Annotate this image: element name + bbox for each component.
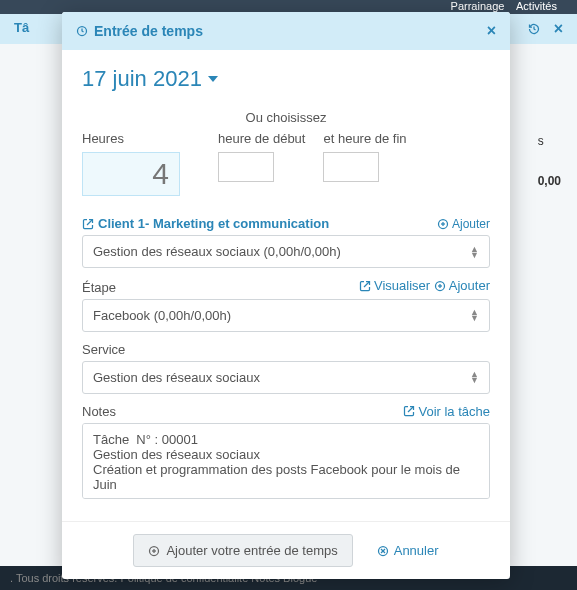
dialog-body: 17 juin 2021 Ou choisissez Heures heure … (62, 50, 510, 521)
date-picker[interactable]: 17 juin 2021 (82, 66, 218, 92)
service-select-value: Gestion des réseaux sociaux (93, 370, 260, 385)
panel-title-fragment: Tâ (14, 20, 29, 38)
client-task-link[interactable]: Client 1- Marketing et communication (82, 216, 329, 231)
add-stage-link[interactable]: Ajouter (434, 278, 490, 293)
panel-close-icon[interactable]: × (554, 20, 563, 38)
submit-label: Ajouter votre entrée de temps (166, 543, 337, 558)
chevron-down-icon (208, 76, 218, 82)
notes-label: Notes (82, 404, 116, 419)
dialog-close-icon[interactable]: × (487, 22, 496, 40)
dialog-title: Entrée de temps (94, 23, 203, 39)
notes-textarea[interactable] (82, 423, 490, 499)
plus-circle-icon (434, 280, 446, 292)
side-label: s (538, 134, 561, 148)
dialog-footer: Ajouter votre entrée de temps Annuler (62, 521, 510, 579)
view-task-link[interactable]: Voir la tâche (403, 404, 490, 419)
start-time-input[interactable] (218, 152, 274, 182)
hours-input[interactable] (82, 152, 180, 196)
start-time-label: heure de début (218, 131, 305, 146)
stage-select-value: Facebook (0,00h/0,00h) (93, 308, 231, 323)
cancel-icon (377, 545, 389, 557)
background-side: s 0,00 (538, 134, 561, 188)
external-link-icon (403, 405, 415, 417)
plus-circle-icon (148, 545, 160, 557)
client-task-label: Client 1- Marketing et communication (98, 216, 329, 231)
end-time-input[interactable] (323, 152, 379, 182)
view-stage-link[interactable]: Visualiser (359, 278, 430, 293)
end-time-label: et heure de fin (323, 131, 406, 146)
stage-select[interactable]: Facebook (0,00h/0,00h) ▲▼ (82, 299, 490, 332)
external-link-icon (82, 218, 94, 230)
history-icon[interactable] (528, 23, 540, 35)
stage-label: Étape (82, 280, 116, 295)
select-arrows-icon: ▲▼ (470, 246, 479, 258)
topbar-item[interactable]: Activités (516, 0, 557, 12)
cancel-button[interactable]: Annuler (377, 543, 439, 558)
external-link-icon (359, 280, 371, 292)
hours-label: Heures (82, 131, 180, 146)
add-task-link[interactable]: Ajouter (437, 217, 490, 231)
dialog-header: Entrée de temps × (62, 12, 510, 50)
service-label: Service (82, 342, 490, 357)
submit-button[interactable]: Ajouter votre entrée de temps (133, 534, 352, 567)
or-label: Ou choisissez (82, 110, 490, 125)
topbar-item[interactable]: Parrainage (451, 0, 505, 12)
select-arrows-icon: ▲▼ (470, 309, 479, 321)
date-value: 17 juin 2021 (82, 66, 202, 92)
side-value: 0,00 (538, 174, 561, 188)
time-entry-dialog: Entrée de temps × 17 juin 2021 Ou choisi… (62, 12, 510, 579)
task-select[interactable]: Gestion des réseaux sociaux (0,00h/0,00h… (82, 235, 490, 268)
service-select[interactable]: Gestion des réseaux sociaux ▲▼ (82, 361, 490, 394)
select-arrows-icon: ▲▼ (470, 371, 479, 383)
cancel-label: Annuler (394, 543, 439, 558)
clock-icon (76, 25, 88, 37)
plus-circle-icon (437, 218, 449, 230)
task-select-value: Gestion des réseaux sociaux (0,00h/0,00h… (93, 244, 341, 259)
